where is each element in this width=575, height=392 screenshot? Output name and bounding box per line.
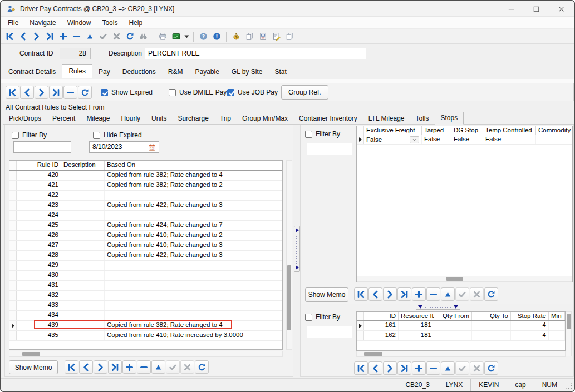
column-header-dg-stop[interactable]: DG Stop (451, 126, 483, 135)
rule-type-tab[interactable]: Units (146, 113, 172, 124)
post-button[interactable] (455, 361, 469, 375)
vertical-splitter[interactable] (294, 226, 300, 272)
splitter-arrow-icon[interactable] (454, 305, 458, 309)
filter-input[interactable] (13, 141, 71, 153)
column-header-min[interactable]: Min (549, 312, 565, 320)
rules-grid-row[interactable]: 424 (9, 211, 282, 221)
prior-button[interactable] (368, 361, 382, 375)
stop-rates-grid-horizontal-scrollbar[interactable] (356, 351, 566, 357)
rule-type-tab[interactable]: Hourly (115, 113, 146, 124)
menu-item[interactable]: Window (62, 17, 97, 28)
rule-type-tab[interactable]: Surcharge (172, 113, 214, 124)
rules-grid-row[interactable]: 433 (9, 301, 282, 311)
column-header-tarped[interactable]: Tarped (422, 126, 451, 135)
cancel-button[interactable] (470, 361, 484, 375)
refresh-button[interactable] (195, 360, 209, 374)
rules-grid-vertical-scrollbar[interactable] (286, 160, 292, 350)
stop-rates-grid-row[interactable]: 161 181 4 (357, 321, 565, 331)
rules-grid-row[interactable]: 430 (9, 271, 282, 281)
prior-button[interactable] (16, 31, 30, 43)
delete-button[interactable] (137, 360, 151, 374)
menu-item[interactable]: Tools (96, 17, 123, 28)
insert-button[interactable] (122, 360, 136, 374)
minimize-button[interactable] (499, 1, 524, 17)
filter-by-checkbox[interactable]: Filter By (305, 313, 340, 321)
next-button[interactable] (35, 86, 48, 99)
splitter-arrow-icon[interactable] (418, 305, 422, 309)
splitter-handle[interactable] (416, 304, 460, 310)
delete-button[interactable] (426, 361, 440, 375)
rules-grid-row[interactable]: 435 Copied from rule 410; Rate increased… (9, 331, 282, 341)
first-button[interactable] (6, 86, 19, 99)
next-button[interactable] (383, 287, 397, 301)
rule-type-tab[interactable]: Stops (435, 112, 464, 125)
refresh-button[interactable] (78, 86, 92, 99)
splitter-grip[interactable] (425, 305, 451, 309)
column-header-id[interactable]: ID (364, 312, 399, 320)
rules-grid-row[interactable]: 427 Copied from rule 410; Rate changed t… (9, 241, 282, 251)
show-memo-button[interactable]: Show Memo (9, 360, 58, 374)
last-button[interactable] (43, 31, 56, 43)
expiry-date-field[interactable]: 8/10/2023 12 (89, 141, 159, 153)
column-header-stop-rate[interactable]: Stop Rate (511, 312, 549, 320)
refresh-button[interactable] (484, 287, 498, 301)
filter-by-checkbox[interactable]: Filter By (305, 130, 340, 138)
insert-button[interactable] (56, 31, 70, 43)
menu-item[interactable]: File (2, 17, 24, 28)
rules-grid-row[interactable]: 420 Copied from rule 382; Rate changed t… (9, 171, 282, 181)
show-memo-button[interactable]: Show Memo (305, 287, 348, 302)
report-button[interactable] (256, 31, 269, 43)
calendar-icon[interactable]: 12 (148, 143, 156, 151)
main-tab[interactable]: Payable (189, 66, 225, 78)
rules-grid-row[interactable]: 423 Copied from rule 422; Rate changed t… (9, 201, 282, 211)
stops-grid-row[interactable]: False False False False (357, 135, 572, 145)
cancel-button[interactable] (470, 287, 484, 301)
menu-item[interactable]: Help (123, 17, 148, 28)
column-header-qty-from[interactable]: Qty From (434, 312, 472, 320)
main-tab[interactable]: Contract Details (2, 66, 62, 78)
rule-type-tab[interactable]: Pick/Drops (3, 113, 47, 124)
edit-button[interactable] (83, 31, 96, 43)
rule-type-tab[interactable]: Tolls (410, 113, 435, 124)
refresh-button[interactable] (123, 31, 136, 43)
main-tab[interactable]: Stat (268, 66, 292, 78)
next-button[interactable] (94, 360, 107, 374)
next-button[interactable] (383, 361, 397, 375)
cancel-button[interactable] (110, 31, 123, 43)
menu-item[interactable]: Navigate (24, 17, 61, 28)
maximize-button[interactable] (524, 1, 549, 17)
rules-grid-row[interactable]: 428 Copied from rule 422; Rate changed t… (9, 251, 282, 261)
column-header-resource-id[interactable]: Resource ID (399, 312, 434, 320)
post-button[interactable] (166, 360, 180, 374)
scrollbar-thumb[interactable] (567, 314, 571, 329)
resize-grip[interactable] (565, 379, 574, 391)
rule-type-tab[interactable]: Mileage (81, 113, 115, 124)
splitter-arrow-icon[interactable] (296, 228, 299, 232)
refresh-button[interactable] (484, 361, 498, 375)
main-tab[interactable]: Pay (92, 66, 116, 78)
edit-doc-button[interactable] (269, 31, 283, 43)
rules-grid-row[interactable]: 425 Copied from rule 424; Rate changed t… (9, 221, 282, 231)
cancel-button[interactable] (180, 360, 194, 374)
rules-grid-row[interactable]: 426 Copied from rule 410; Rate changed t… (9, 231, 282, 241)
stops-grid-horizontal-scrollbar[interactable] (357, 276, 572, 282)
use-dmile-pay-checkbox[interactable]: Use DMILE Pay (169, 88, 227, 96)
dropdown-button[interactable] (183, 31, 190, 43)
column-header-qty-to[interactable]: Qty To (472, 312, 511, 320)
insert-button[interactable] (412, 287, 426, 301)
pages-button[interactable] (283, 31, 296, 43)
money-button[interactable]: $ (229, 31, 243, 43)
info-button[interactable]: ! (210, 31, 223, 43)
combo-dropdown[interactable] (410, 136, 419, 143)
delete-button[interactable] (426, 287, 440, 301)
prior-button[interactable] (20, 86, 34, 99)
first-button[interactable] (3, 31, 16, 43)
help-button[interactable]: ? (196, 31, 210, 43)
column-header-based-on[interactable]: Based On (105, 161, 282, 170)
print-button[interactable] (156, 31, 169, 43)
copy-button[interactable] (243, 31, 256, 43)
splitter-grip[interactable] (296, 234, 299, 264)
post-button[interactable] (455, 287, 469, 301)
rules-grid-row[interactable]: 432 (9, 291, 282, 301)
edit-button[interactable] (441, 287, 455, 301)
